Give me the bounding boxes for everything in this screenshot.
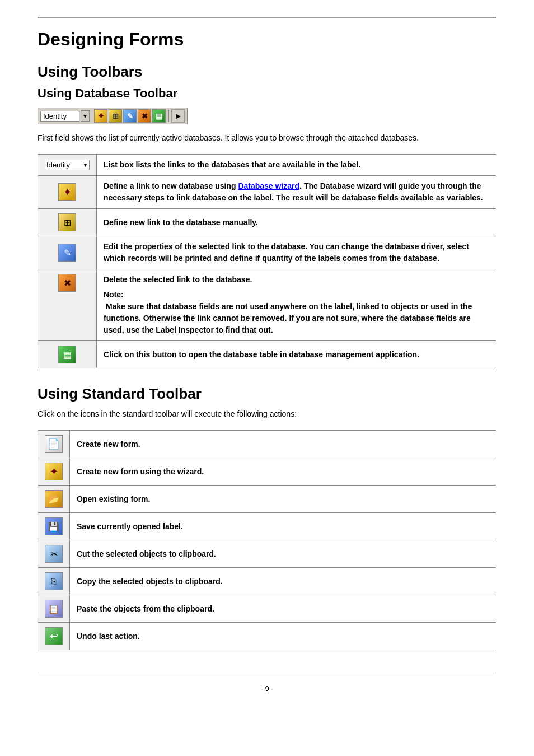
table-row: ↩ Undo last action. — [38, 623, 496, 650]
table-row: ✂ Cut the selected objects to clipboard. — [38, 540, 496, 568]
desc-cell-cut: Cut the selected objects to clipboard. — [70, 540, 496, 568]
paste-icon: 📋 — [45, 600, 63, 618]
toolbar-separator — [168, 110, 169, 122]
db-edit-icon: ✎ — [58, 244, 76, 262]
page-title: Designing Forms — [38, 29, 496, 50]
icon-cell-new: 📄 — [38, 431, 70, 458]
table-row: 📄 Create new form. — [38, 431, 496, 458]
desc-cell-new: Create new form. — [70, 431, 496, 458]
section3-heading: Using Standard Toolbar — [38, 385, 496, 403]
table-row: 💾 Save currently opened label. — [38, 513, 496, 540]
toolbar-identity-label: Identity — [43, 112, 67, 120]
icon-cell-wizard: ✦ — [38, 458, 70, 486]
icon-cell-db-delete: ✖ — [38, 269, 97, 341]
desc-cell-db-delete: Delete the selected link to the database… — [97, 269, 496, 341]
db-toolbar-table: Identity ▼ List box lists the links to t… — [38, 154, 496, 368]
toolbar-btn-extra[interactable]: ▶ — [171, 109, 185, 123]
toolbar-identity-field[interactable]: Identity — [40, 111, 79, 122]
toolbar-btn-manual[interactable]: ⊞ — [109, 109, 122, 123]
identity-dropdown-icon[interactable]: Identity ▼ — [45, 160, 90, 170]
page-number: - 9 - — [38, 684, 496, 693]
desc-cell-copy: Copy the selected objects to clipboard. — [70, 568, 496, 595]
desc-cell-wizard: Create new form using the wizard. — [70, 458, 496, 486]
new-form-icon: 📄 — [45, 435, 63, 453]
table-row: ✦ Create new form using the wizard. — [38, 458, 496, 486]
table-row: ⊞ Define new link to the database manual… — [38, 209, 496, 236]
desc-cell-db-manual: Define new link to the database manually… — [97, 209, 496, 236]
database-wizard-link[interactable]: Database wizard — [238, 181, 299, 190]
icon-cell-copy: ⎘ — [38, 568, 70, 595]
icon-cell-identity: Identity ▼ — [38, 155, 97, 176]
desc-cell-db-edit: Edit the properties of the selected link… — [97, 236, 496, 269]
undo-icon: ↩ — [45, 627, 63, 645]
db-wizard-icon: ✦ — [58, 183, 76, 201]
table-row: ✎ Edit the properties of the selected li… — [38, 236, 496, 269]
wizard-icon: ✦ — [45, 463, 63, 480]
table-row: ✖ Delete the selected link to the databa… — [38, 269, 496, 341]
toolbar-btn-delete[interactable]: ✖ — [138, 109, 151, 123]
bottom-rule — [38, 673, 496, 673]
table-row: 📂 Open existing form. — [38, 486, 496, 513]
icon-cell-undo: ↩ — [38, 623, 70, 650]
section1-heading: Using Toolbars — [38, 63, 496, 81]
cut-icon: ✂ — [45, 545, 63, 563]
db-delete-icon: ✖ — [58, 274, 76, 292]
desc-cell-identity: List box lists the links to the database… — [97, 155, 496, 176]
intro-paragraph: First field shows the list of currently … — [38, 132, 496, 144]
std-intro-paragraph: Click on the icons in the standard toolb… — [38, 408, 496, 420]
table-row: 📋 Paste the objects from the clipboard. — [38, 595, 496, 623]
icon-cell-db-manual: ⊞ — [38, 209, 97, 236]
table-row: ⎘ Copy the selected objects to clipboard… — [38, 568, 496, 595]
desc-cell-save: Save currently opened label. — [70, 513, 496, 540]
desc-cell-undo: Undo last action. — [70, 623, 496, 650]
toolbar-dropdown-arrow[interactable]: ▼ — [81, 110, 90, 122]
open-form-icon: 📂 — [45, 490, 63, 508]
note-label: Note: — [104, 290, 124, 299]
icon-cell-paste: 📋 — [38, 595, 70, 623]
desc-cell-paste: Paste the objects from the clipboard. — [70, 595, 496, 623]
toolbar-btn-wizard[interactable]: ✦ — [94, 109, 107, 123]
table-row: ▤ Click on this button to open the datab… — [38, 341, 496, 368]
table-row: Identity ▼ List box lists the links to t… — [38, 155, 496, 176]
desc-cell-db-wizard: Define a link to new database using Data… — [97, 176, 496, 209]
top-rule — [38, 17, 496, 18]
delete-note: Note: Make sure that database fields are… — [104, 289, 489, 336]
toolbar-demo: Identity ▼ ✦ ⊞ ✎ ✖ ▤ ▶ — [38, 108, 188, 124]
toolbar-btn-edit[interactable]: ✎ — [123, 109, 137, 123]
icon-cell-db-wizard: ✦ — [38, 176, 97, 209]
icon-cell-db-edit: ✎ — [38, 236, 97, 269]
toolbar-btn-open-db[interactable]: ▤ — [152, 109, 166, 123]
table-row: ✦ Define a link to new database using Da… — [38, 176, 496, 209]
save-icon: 💾 — [45, 517, 63, 535]
delete-main-text: Delete the selected link to the database… — [104, 274, 489, 286]
icon-cell-cut: ✂ — [38, 540, 70, 568]
db-manual-icon: ⊞ — [58, 213, 76, 231]
icon-cell-save: 💾 — [38, 513, 70, 540]
desc-cell-db-open: Click on this button to open the databas… — [97, 341, 496, 368]
icon-cell-open: 📂 — [38, 486, 70, 513]
copy-icon: ⎘ — [45, 572, 63, 590]
section2-heading: Using Database Toolbar — [38, 86, 496, 101]
db-open-icon: ▤ — [58, 346, 76, 363]
std-toolbar-table: 📄 Create new form. ✦ Create new form usi… — [38, 430, 496, 650]
icon-cell-db-open: ▤ — [38, 341, 97, 368]
desc-cell-open: Open existing form. — [70, 486, 496, 513]
